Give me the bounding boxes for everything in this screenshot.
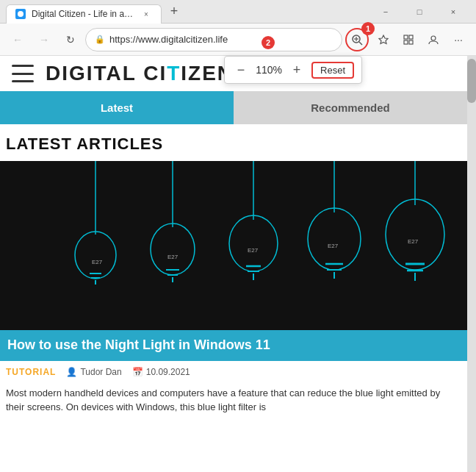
svg-text:E27: E27 [328,243,339,249]
svg-rect-6 [404,35,408,39]
svg-point-10 [431,36,436,40]
maximize-button[interactable]: □ [403,0,436,24]
article-tag: TUTORIAL [6,367,56,377]
section-heading: LATEST ARTICLES [0,124,467,161]
minimize-button[interactable]: − [369,0,403,24]
reset-zoom-button[interactable]: Reset [311,62,354,79]
tab-latest[interactable]: Latest [0,91,234,124]
badge-2: 2 [262,36,275,49]
tab-recommended[interactable]: Recommended [234,91,467,124]
tab-close-button[interactable]: × [140,8,152,20]
address-bar[interactable]: 🔒 https://www.digitalcitizen.life [85,28,342,51]
svg-text:E27: E27 [248,247,259,254]
collections-icon [403,34,414,46]
hamburger-line-3 [12,80,34,82]
title-bar: Digital Citizen - Life in a digital w × … [0,0,476,24]
article-title: How to use the Night Light in Windows 11 [7,337,460,354]
svg-point-24 [229,215,278,271]
svg-point-36 [386,199,444,270]
browser-frame: Digital Citizen - Life in a digital w × … [0,0,476,472]
site-logo: DIGITAL CITIZEN [46,62,234,85]
tab-favicon [15,9,26,19]
favorites-button[interactable] [372,28,395,51]
close-button[interactable]: × [436,0,470,24]
article-image: E27 E27 E27 [0,161,467,330]
window-controls: − □ × [369,0,470,24]
new-tab-button[interactable]: + [165,2,184,21]
article-author: 👤 Tudor Dan [66,367,121,377]
svg-rect-9 [409,40,413,44]
svg-point-0 [18,11,24,17]
svg-point-18 [151,224,195,275]
svg-marker-5 [379,35,388,44]
page-content: DIGITAL CITIZEN Latest Recommended LATES… [0,56,476,472]
hamburger-line-1 [12,65,34,67]
article-meta: TUTORIAL 👤 Tudor Dan 📅 10.09.2021 [0,361,467,382]
refresh-button[interactable]: ↻ [59,28,82,51]
article-body: Most modern handheld devices and compute… [0,382,467,422]
scrollbar-thumb[interactable] [467,59,476,103]
svg-line-2 [359,42,362,45]
svg-text:E27: E27 [408,238,419,245]
browser-tab[interactable]: Digital Citizen - Life in a digital w × [6,4,162,24]
logo-accent: T [167,62,181,85]
date-icon: 📅 [132,367,143,377]
svg-text:E27: E27 [92,259,103,265]
svg-point-12 [75,232,116,279]
star-icon [378,34,389,46]
more-button[interactable]: ··· [447,28,470,51]
zoom-value: 110% [256,64,282,76]
scrollbar-track[interactable] [467,56,476,472]
forward-button[interactable]: → [32,28,56,51]
nav-icons: ··· [372,28,470,51]
svg-text:E27: E27 [167,254,178,260]
back-button[interactable]: ← [6,28,29,51]
collections-button[interactable] [397,28,420,51]
hamburger-menu[interactable] [12,65,34,82]
profile-icon [428,34,439,46]
svg-rect-7 [409,35,413,39]
article-date: 📅 10.09.2021 [132,367,190,377]
date-value: 10.09.2021 [146,367,190,377]
zoom-popup: − 110% + Reset 2 [224,56,362,84]
logo-text-main: DIGITAL CI [46,62,167,85]
svg-rect-8 [404,40,408,44]
zoom-icon-wrapper: 1 [345,28,369,51]
zoom-minus-button[interactable]: − [232,61,250,79]
profile-button[interactable] [422,28,445,51]
author-icon: 👤 [66,367,77,377]
nav-bar: ← → ↻ 🔒 https://www.digitalcitizen.life [0,24,476,56]
hamburger-line-2 [12,73,34,75]
svg-point-30 [308,208,361,270]
tab-area: Digital Citizen - Life in a digital w × … [6,2,184,21]
page-inner: DIGITAL CITIZEN Latest Recommended LATES… [0,56,467,472]
zoom-plus-button[interactable]: + [288,61,306,79]
content-tabs: Latest Recommended [0,91,467,124]
address-text: https://www.digitalcitizen.life [109,34,333,45]
article-caption: How to use the Night Light in Windows 11 [0,330,467,361]
nav-bar-container: ← → ↻ 🔒 https://www.digitalcitizen.life [0,24,476,56]
lock-icon: 🔒 [95,35,105,44]
zoom-icon [351,34,363,46]
tab-title: Digital Citizen - Life in a digital w [32,9,134,19]
author-name: Tudor Dan [80,367,121,377]
article-illustration: E27 E27 E27 [0,161,467,330]
title-bar-left: Digital Citizen - Life in a digital w × … [6,2,369,21]
badge-1: 1 [361,22,375,35]
